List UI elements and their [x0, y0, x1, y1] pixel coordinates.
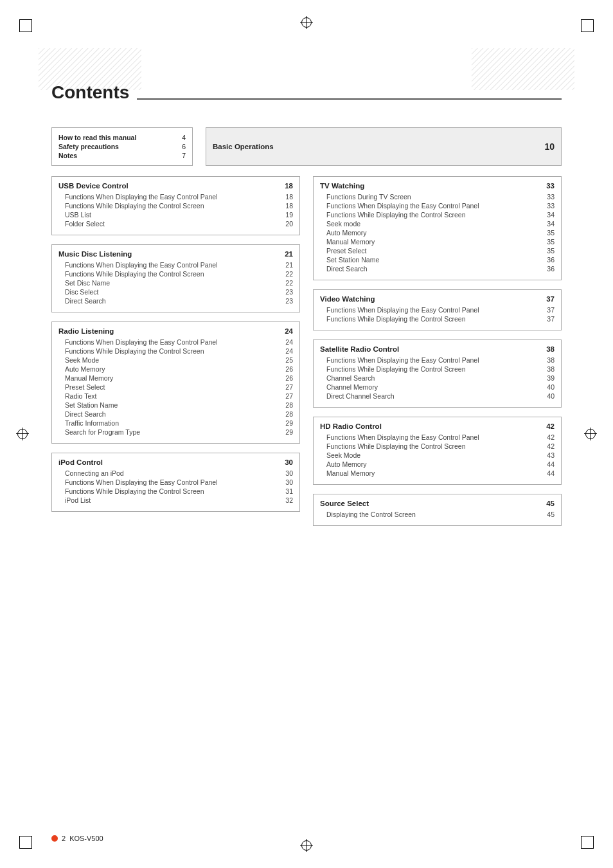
music-page-3: 22 — [277, 279, 293, 287]
intro-label-how: How to read this manual — [58, 134, 170, 141]
radio-item-7: Radio Text 27 — [58, 392, 293, 401]
usb-label-2: Functions While Displaying the Control S… — [58, 202, 277, 210]
ipod-item-2: Functions When Displaying the Easy Contr… — [58, 478, 293, 487]
section-tv-page: 33 — [546, 182, 555, 190]
radio-item-2: Functions While Displaying the Control S… — [58, 347, 293, 356]
intro-item-how: How to read this manual 4 — [58, 133, 186, 142]
satellite-page-3: 39 — [538, 374, 555, 382]
section-video: Video Watching 37 Functions When Display… — [313, 289, 562, 330]
tv-item-7: Preset Select 35 — [320, 246, 555, 255]
satellite-label-1: Functions When Displaying the Easy Contr… — [320, 356, 538, 364]
radio-item-8: Set Station Name 28 — [58, 401, 293, 410]
source-item-1: Displaying the Control Screen 45 — [320, 510, 555, 519]
tv-item-5: Auto Memory 35 — [320, 228, 555, 237]
radio-item-11: Search for Program Type 29 — [58, 428, 293, 437]
hd-label-3: Seek Mode — [320, 451, 538, 459]
ipod-page-1: 30 — [277, 469, 293, 477]
radio-label-9: Direct Search — [58, 410, 277, 418]
intro-item-notes: Notes 7 — [58, 151, 186, 160]
satellite-item-3: Channel Search 39 — [320, 374, 555, 383]
tv-label-2: Functions When Displaying the Easy Contr… — [320, 202, 538, 210]
section-usb-header: USB Device Control 18 — [58, 182, 293, 190]
page-title: Contents — [51, 82, 129, 103]
radio-item-6: Preset Select 27 — [58, 383, 293, 392]
section-source-page: 45 — [546, 500, 555, 507]
hd-item-5: Manual Memory 44 — [320, 469, 555, 478]
music-page-4: 23 — [277, 288, 293, 296]
section-hd-title: HD Radio Control — [320, 422, 382, 430]
section-ipod-header: iPod Control 30 — [58, 458, 293, 466]
hd-page-1: 42 — [538, 433, 555, 441]
ipod-label-4: iPod List — [58, 496, 277, 504]
satellite-item-5: Direct Channel Search 40 — [320, 392, 555, 401]
satellite-label-4: Channel Memory — [320, 383, 538, 391]
radio-item-10: Traffic Information 29 — [58, 419, 293, 428]
reg-circle-bottom — [300, 839, 313, 852]
section-usb: USB Device Control 18 Functions When Dis… — [51, 176, 300, 235]
satellite-page-1: 38 — [538, 356, 555, 364]
source-page-1: 45 — [538, 511, 555, 518]
hd-item-1: Functions When Displaying the Easy Contr… — [320, 433, 555, 442]
tv-label-5: Auto Memory — [320, 229, 538, 237]
satellite-label-2: Functions While Displaying the Control S… — [320, 365, 538, 373]
radio-page-5: 26 — [277, 374, 293, 382]
section-music-header: Music Disc Listening 21 — [58, 250, 293, 258]
satellite-item-4: Channel Memory 40 — [320, 383, 555, 392]
usb-page-4: 20 — [277, 220, 293, 228]
satellite-item-1: Functions When Displaying the Easy Contr… — [320, 356, 555, 365]
radio-page-8: 28 — [277, 401, 293, 409]
tv-page-5: 35 — [538, 229, 555, 237]
section-tv-title: TV Watching — [320, 182, 364, 190]
tv-item-8: Set Station Name 36 — [320, 255, 555, 264]
intro-box: How to read this manual 4 Safety precaut… — [51, 127, 193, 166]
section-usb-page: 18 — [285, 182, 293, 190]
tv-item-3: Functions While Displaying the Control S… — [320, 210, 555, 219]
hd-label-2: Functions While Displaying the Control S… — [320, 442, 538, 450]
section-hd-page: 42 — [546, 422, 555, 430]
section-satellite: Satellite Radio Control 38 Functions Whe… — [313, 339, 562, 408]
radio-label-5: Manual Memory — [58, 374, 277, 382]
usb-item-1: Functions When Displaying the Easy Contr… — [58, 192, 293, 201]
radio-item-1: Functions When Displaying the Easy Contr… — [58, 338, 293, 347]
video-item-2: Functions While Displaying the Control S… — [320, 314, 555, 323]
radio-page-2: 24 — [277, 347, 293, 355]
intro-label-notes: Notes — [58, 152, 170, 159]
radio-label-11: Search for Program Type — [58, 428, 277, 436]
hd-label-1: Functions When Displaying the Easy Contr… — [320, 433, 538, 441]
video-page-1: 37 — [538, 306, 555, 314]
music-label-5: Direct Search — [58, 297, 277, 305]
radio-label-7: Radio Text — [58, 392, 277, 400]
main-content: How to read this manual 4 Safety precaut… — [0, 127, 613, 561]
two-col-layout: USB Device Control 18 Functions When Dis… — [51, 176, 562, 535]
music-label-3: Set Disc Name — [58, 279, 277, 287]
tv-page-1: 33 — [538, 193, 555, 201]
radio-page-4: 26 — [277, 365, 293, 373]
tv-page-8: 36 — [538, 256, 555, 264]
usb-page-1: 18 — [277, 193, 293, 201]
section-usb-title: USB Device Control — [58, 182, 129, 190]
section-video-header: Video Watching 37 — [320, 295, 555, 303]
section-radio-header: Radio Listening 24 — [58, 327, 293, 335]
radio-label-10: Traffic Information — [58, 419, 277, 427]
tv-item-1: Functions During TV Screen 33 — [320, 192, 555, 201]
radio-item-3: Seek Mode 25 — [58, 356, 293, 365]
section-video-page: 37 — [546, 295, 555, 303]
ipod-item-3: Functions While Displaying the Control S… — [58, 487, 293, 496]
section-ipod-title: iPod Control — [58, 458, 103, 466]
radio-item-5: Manual Memory 26 — [58, 374, 293, 383]
usb-item-4: Folder Select 20 — [58, 219, 293, 228]
tv-label-4: Seek mode — [320, 220, 538, 228]
intro-page-notes: 7 — [170, 152, 186, 159]
video-page-2: 37 — [538, 315, 555, 323]
tv-label-8: Set Station Name — [320, 256, 538, 264]
music-page-5: 23 — [277, 297, 293, 305]
tv-item-9: Direct Search 36 — [320, 264, 555, 273]
satellite-label-3: Channel Search — [320, 374, 538, 382]
title-underline — [137, 98, 562, 100]
video-label-1: Functions When Displaying the Easy Contr… — [320, 306, 538, 314]
section-source: Source Select 45 Displaying the Control … — [313, 494, 562, 526]
satellite-item-2: Functions While Displaying the Control S… — [320, 365, 555, 374]
music-item-1: Functions When Displaying the Easy Contr… — [58, 260, 293, 269]
music-page-2: 22 — [277, 270, 293, 278]
radio-label-8: Set Station Name — [58, 401, 277, 409]
